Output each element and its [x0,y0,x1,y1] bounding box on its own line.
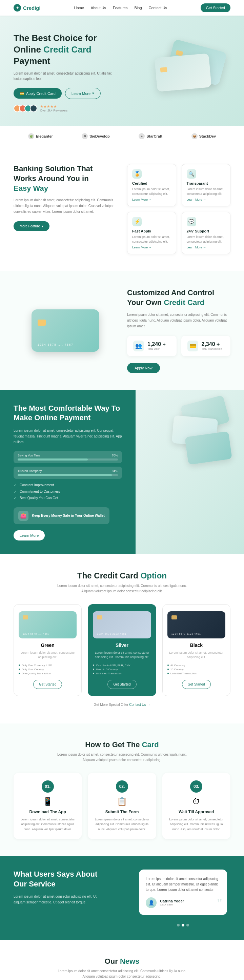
nav-home[interactable]: Home [74,6,84,10]
silver-card-features: Can Use in USD, EUR, CNY Used in 5 Count… [93,664,151,675]
step-title-2: Submit The Form [93,810,150,814]
dot-2[interactable] [182,924,184,926]
step-desc-1: Lorem ipsum dolor sit amet, consectetur … [19,817,76,832]
users-stats: 1,240 + Total User [147,341,166,350]
check-3: ✓ Best Quality You Can Get [14,496,122,501]
payment-floating-cards [136,390,244,554]
partner-icon-3: ✦ [139,133,145,139]
stat-users: 👥 1,240 + Total User [127,336,177,356]
transactions-stats: 2,340 + Total Transaction [202,341,222,350]
trusted-bar: Trusted Company 94% [14,467,122,479]
nav-contact[interactable]: Contact Us [149,6,167,10]
apply-credit-card-button[interactable]: 💳 Apply Credit Card [14,88,62,99]
dot-3[interactable] [187,924,189,926]
testimonial-card: Lorem ipsum dolor sit amet consectur adi… [139,870,227,915]
nav-links: Home About Us Features Blog Contact Us [74,6,167,10]
wallet-info: Keep Every Money Safe in Your Online Wal… [32,514,105,517]
hero-buttons: 💳 Apply Credit Card Learn More ▾ [14,88,115,99]
testimonial-text: Lorem ipsum dolor sit amet consectur adi… [146,876,220,892]
hero-description: Lorem ipsum dolor sit amet, consectetur … [14,71,115,82]
howto-title: How to Get The Card [14,740,230,749]
partner-name-3: StarCraft [147,134,162,138]
news-header: Our News Lorem ipsum dolor sit amet cons… [14,957,230,979]
card-options-grid: 1234 5678 .... 4567 Green Lorem ipsum do… [14,604,230,696]
logo-icon: ✦ [14,4,21,11]
transactions-number: 2,340 + [202,341,222,347]
apply-now-button[interactable]: Apply Now [127,363,160,373]
green-card-number: 1234 5678 .... 4567 [23,633,49,635]
silver-card-visual: 1234 5678 3123 4981 [93,611,151,638]
howto-header: How to Get The Card Lorem ipsum dolor si… [14,740,230,763]
dot-b1 [167,665,169,666]
transparant-desc: Lorem ipsum dolor sit amet, consectetur … [187,187,226,196]
users-number: 1,240 + [147,341,166,347]
step-title-1: Download The App [19,810,76,814]
partner-3: ✦ StarCraft [139,133,162,139]
nav-cta-button[interactable]: Get Started [201,3,230,12]
dot-s2 [93,668,94,670]
green-card-visual: 1234 5678 .... 4567 [19,611,77,638]
transactions-label: Total Transaction [202,347,222,350]
saving-label: Saving You Time 70% [18,454,118,457]
nav-about[interactable]: About Us [91,6,106,10]
logo-text: Credigi [23,5,41,11]
nav-features[interactable]: Features [113,6,128,10]
howto-description: Lorem ipsum dolor sit amet, consectetur … [54,752,190,763]
dot-b3 [167,673,169,674]
dot-2 [19,668,20,670]
black-card-chip [171,616,177,619]
black-card-number: 1234 5678 3123 4481 [171,633,201,635]
step-number-2: 02. [116,780,128,792]
payment-title: The Most Comfortable Way To Make Online … [14,404,122,423]
feature-fast-apply: ⚡ Fast Apply Lorem ipsum dolor sit amet,… [127,212,176,254]
author-avatar: 👤 [146,897,156,908]
payment-section: The Most Comfortable Way To Make Online … [0,390,244,554]
certified-title: Certified [132,181,171,185]
more-features-button[interactable]: More Feature ▾ [14,221,49,231]
step-icon-3: ⏱ [168,797,225,806]
check-1: ✓ Constant Improvement [14,483,122,488]
testimonial-author: 👤 Catrina Yoder CEO Base [146,897,220,908]
hero-content: The Best Choice for Online Credit Card P… [14,33,115,112]
wallet-badge: 👛 Keep Every Money Safe in Your Online W… [14,507,110,524]
green-card-chip [23,616,28,619]
hero-card-visuals: 1234 5678 .... 4567 [136,39,230,107]
customize-card-visual: 1234 5678 .... 4567 [14,306,117,355]
green-get-started-button[interactable]: Get Started [33,680,62,689]
black-get-started-button[interactable]: Get Started [182,680,211,689]
learn-more-payment-button[interactable]: Learn More [14,530,45,541]
news-title: Our News [14,957,230,966]
partner-name-4: StackDev [199,134,216,138]
fast-apply-title: Fast Apply [132,229,171,233]
transparant-link[interactable]: Learn More → [187,198,226,201]
trusted-progress-outer [18,474,118,476]
certified-desc: Lorem ipsum dolor sit amet, consectetur … [132,187,171,196]
nav-blog[interactable]: Blog [134,6,142,10]
fast-apply-link[interactable]: Learn More → [132,246,171,249]
support-title: 24/7 Support [187,229,226,233]
learn-more-button[interactable]: Learn More ▾ [65,88,100,99]
partner-1: 🌿 Eleganter [28,133,53,139]
customize-description: Lorem ipsum dolor sit amet, consectetur … [127,312,230,329]
contact-link[interactable]: Contact Us → [129,703,150,706]
black-card-desc: Lorem ipsum dolor sit amet, consectetur … [167,651,225,660]
black-card-visual: 1234 5678 3123 4481 [167,611,225,638]
fast-apply-desc: Lorem ipsum dolor sit amet, consectetur … [132,235,171,244]
testimonial-description: Lorem ipsum dolor sit amet consectur adi… [14,894,108,905]
black-feature-2: 15 Country [167,668,225,671]
card-option-silver: 1234 5678 3123 4981 Silver Lorem ipsum d… [88,604,156,696]
progress-bar-outer [18,458,118,461]
step-1: 01. 📱 Download The App Lorem ipsum dolor… [14,773,82,839]
silver-feature-3: Unlimited Transaction [93,672,151,675]
silver-card-desc: Lorem ipsum dolor sit amet, consectetur … [93,651,151,660]
author-name: Catrina Yoder [160,899,184,903]
dot-1 [19,665,20,666]
green-feature-2: Only Your Country [19,668,77,671]
dot-1[interactable] [177,924,180,926]
support-link[interactable]: Learn More → [187,246,226,249]
testimonial-dots [177,924,189,926]
author-role: CEO Base [160,903,184,906]
certified-link[interactable]: Learn More → [132,198,171,201]
silver-card-name: Silver [93,643,151,648]
silver-get-started-button[interactable]: Get Started [107,680,136,689]
